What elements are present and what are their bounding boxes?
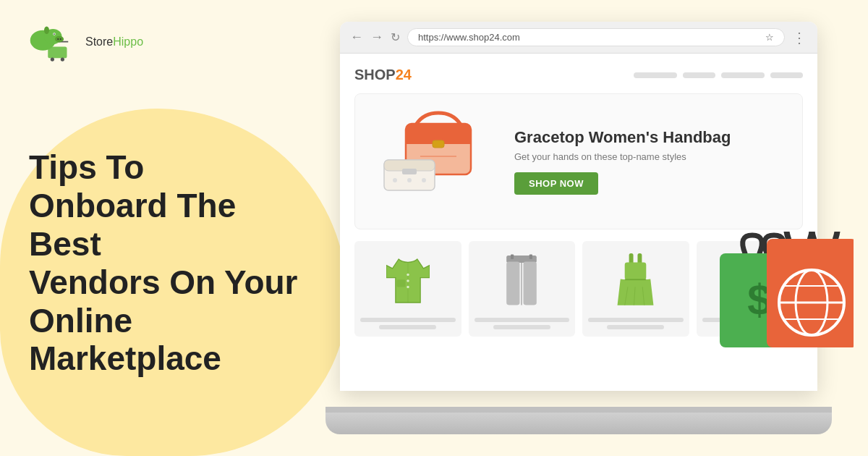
svg-point-10 xyxy=(44,27,49,35)
handbags-svg xyxy=(370,106,500,214)
svg-point-7 xyxy=(55,36,64,43)
svg-point-28 xyxy=(407,279,409,282)
svg-point-1 xyxy=(51,57,54,61)
nav-line-4 xyxy=(770,72,803,78)
svg-rect-26 xyxy=(396,279,405,287)
product-img-dress xyxy=(588,248,684,313)
address-bar[interactable]: https://www.shop24.com ☆ xyxy=(407,28,785,46)
svg-point-27 xyxy=(407,274,409,276)
svg-rect-21 xyxy=(402,169,417,174)
pants-line-2 xyxy=(493,325,550,329)
headline-line1: Tips To xyxy=(29,148,304,187)
nav-line-2 xyxy=(683,72,715,78)
hero-banner: Gracetop Women's Handbag Get your hands … xyxy=(354,93,803,229)
shop-nav-lines xyxy=(634,72,803,78)
shop-header: SHOP24 xyxy=(354,67,803,83)
product-img-shirt xyxy=(360,248,456,313)
storehippo-logo-icon xyxy=(29,22,80,62)
shop-now-button[interactable]: SHOP NOW xyxy=(514,172,598,195)
orange-bag xyxy=(767,232,854,347)
hero-subtitle: Get your hands on these top-name styles xyxy=(514,151,788,162)
url-text: https://www.shop24.com xyxy=(418,32,520,43)
svg-point-9 xyxy=(54,33,55,35)
bookmark-icon: ☆ xyxy=(765,32,774,43)
product-card-dress xyxy=(582,241,689,337)
svg-point-23 xyxy=(407,178,412,182)
svg-point-11 xyxy=(57,38,59,40)
shirt-line-2 xyxy=(379,325,436,329)
back-button[interactable]: ← xyxy=(350,30,363,45)
left-panel: StoreHippo Tips To Onboard The Best Vend… xyxy=(0,0,333,456)
more-options-button[interactable]: ⋮ xyxy=(792,29,807,46)
hero-text: Gracetop Women's Handbag Get your hands … xyxy=(500,128,788,195)
pants-product-lines xyxy=(475,318,570,329)
shopping-bags-illustration: $ xyxy=(709,232,854,434)
shopping-bags-svg: $ xyxy=(709,232,854,434)
headline-line2: Onboard The Best xyxy=(29,187,304,263)
shop24-num-text: 24 xyxy=(396,67,412,83)
svg-rect-34 xyxy=(511,254,514,259)
svg-rect-38 xyxy=(625,263,647,280)
svg-point-24 xyxy=(422,178,426,182)
headline-line3: Vendors On Your xyxy=(29,263,304,302)
svg-point-22 xyxy=(393,178,397,182)
browser-bar: ← → ↻ https://www.shop24.com ☆ ⋮ xyxy=(340,22,817,54)
product-card-pants xyxy=(469,241,576,337)
svg-rect-32 xyxy=(524,261,537,305)
shop24-shop-text: SHOP xyxy=(354,67,396,83)
refresh-button[interactable]: ↻ xyxy=(391,30,400,44)
product-img-pants xyxy=(475,248,570,313)
shop24-logo: SHOP24 xyxy=(354,67,412,83)
svg-point-2 xyxy=(61,57,64,61)
logo-store-part: Store xyxy=(85,35,113,48)
svg-rect-17 xyxy=(433,140,444,148)
headline-line4: Online Marketplace xyxy=(29,302,304,379)
svg-point-29 xyxy=(407,286,409,288)
hero-bags-illustration xyxy=(370,106,500,217)
logo-text: StoreHippo xyxy=(85,35,143,48)
headline: Tips To Onboard The Best Vendors On Your… xyxy=(29,148,304,378)
dress-product-lines xyxy=(588,318,684,329)
logo-hippo-part: Hippo xyxy=(113,35,143,48)
hero-title: Gracetop Women's Handbag xyxy=(514,128,788,147)
dress-line-1 xyxy=(588,318,684,322)
shirt-product-lines xyxy=(360,318,456,329)
clutch-bag xyxy=(384,160,435,190)
product-card-shirt xyxy=(354,241,461,337)
right-panel: ← → ↻ https://www.shop24.com ☆ ⋮ SHOP24 xyxy=(326,22,854,434)
dress-line-2 xyxy=(607,325,664,329)
svg-rect-35 xyxy=(529,254,532,259)
svg-rect-0 xyxy=(48,47,67,59)
shirt-line-1 xyxy=(360,318,456,322)
svg-point-12 xyxy=(60,38,61,40)
forward-button[interactable]: → xyxy=(370,30,383,45)
pants-line-1 xyxy=(475,318,570,322)
svg-rect-31 xyxy=(506,261,519,305)
logo-area: StoreHippo xyxy=(29,22,304,62)
nav-line-1 xyxy=(634,72,677,78)
nav-line-3 xyxy=(721,72,765,78)
